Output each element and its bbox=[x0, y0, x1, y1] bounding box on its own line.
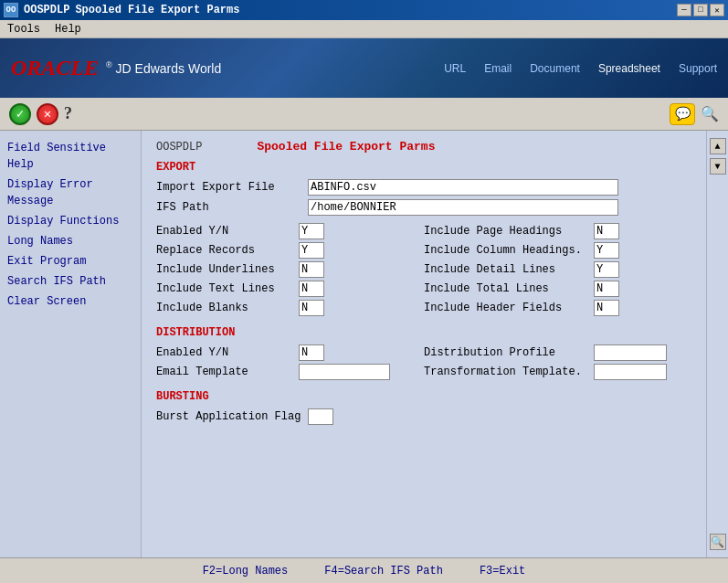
oracle-header: ORACLE ® JD Edwards World URL Email Docu… bbox=[0, 38, 728, 98]
nav-url[interactable]: URL bbox=[444, 62, 466, 75]
app-icon: OO bbox=[4, 3, 18, 17]
nav-spreadsheet[interactable]: Spreadsheet bbox=[598, 62, 660, 75]
sidebar-item-display-error-message[interactable]: Display Error Message bbox=[4, 175, 137, 211]
main-layout: Field Sensitive Help Display Error Messa… bbox=[0, 131, 728, 557]
sidebar-item-display-functions[interactable]: Display Functions bbox=[4, 211, 137, 231]
form-title: Spooled File Export Parms bbox=[257, 140, 435, 154]
menu-help[interactable]: Help bbox=[51, 21, 85, 37]
dist-enabled-label: Enabled Y/N bbox=[156, 346, 293, 359]
nav-email[interactable]: Email bbox=[484, 62, 512, 75]
header-nav: URL Email Document Spreadsheet Support bbox=[444, 62, 717, 75]
dist-profile-label: Distribution Profile bbox=[424, 346, 588, 359]
dist-profile-row: Distribution Profile bbox=[424, 344, 691, 361]
ifs-path-label: IFS Path bbox=[156, 201, 302, 214]
enabled-yn-input[interactable] bbox=[299, 223, 324, 239]
menu-tools[interactable]: Tools bbox=[4, 21, 44, 37]
dist-enabled-row: Enabled Y/N bbox=[156, 344, 424, 361]
transformation-input[interactable] bbox=[594, 364, 667, 380]
nav-support[interactable]: Support bbox=[679, 62, 717, 75]
close-button[interactable]: ✕ bbox=[710, 4, 724, 16]
email-template-input[interactable] bbox=[299, 364, 390, 380]
zoom-button[interactable]: 🔍 bbox=[710, 534, 726, 550]
maximize-button[interactable]: □ bbox=[693, 4, 708, 16]
search-icon[interactable]: 🔍 bbox=[701, 105, 719, 123]
burst-flag-row: Burst Application Flag bbox=[156, 408, 691, 425]
include-underlines-label: Include Underlines bbox=[156, 263, 293, 276]
replace-records-label: Replace Records bbox=[156, 244, 293, 257]
export-section-header: EXPORT bbox=[156, 161, 691, 174]
content-area: OOSPDLP Spooled File Export Parms EXPORT… bbox=[142, 131, 706, 557]
import-export-file-input[interactable] bbox=[308, 179, 618, 196]
include-total-lines-input[interactable] bbox=[594, 281, 619, 297]
include-underlines-row: Include Underlines bbox=[156, 261, 424, 278]
include-blanks-input[interactable] bbox=[299, 300, 324, 316]
include-detail-lines-label: Include Detail Lines bbox=[424, 263, 588, 276]
include-text-lines-input[interactable] bbox=[299, 281, 324, 297]
include-text-lines-row: Include Text Lines bbox=[156, 281, 424, 297]
dist-enabled-input[interactable] bbox=[299, 344, 324, 361]
include-page-headings-label: Include Page Headings bbox=[424, 225, 588, 238]
include-text-lines-label: Include Text Lines bbox=[156, 282, 293, 295]
status-f3[interactable]: F3=Exit bbox=[480, 565, 525, 578]
include-column-headings-row: Include Column Headings. bbox=[424, 242, 691, 259]
sidebar-item-clear-screen[interactable]: Clear Screen bbox=[4, 292, 137, 312]
minimize-button[interactable]: ─ bbox=[677, 4, 691, 16]
enabled-yn-row: Enabled Y/N bbox=[156, 223, 424, 239]
include-detail-lines-input[interactable] bbox=[594, 261, 619, 278]
ifs-path-input[interactable] bbox=[308, 199, 618, 216]
help-button[interactable]: ? bbox=[64, 104, 72, 123]
status-bar: F2=Long Names F4=Search IFS Path F3=Exit bbox=[0, 557, 728, 583]
sidebar-item-exit-program[interactable]: Exit Program bbox=[4, 251, 137, 271]
include-total-lines-label: Include Total Lines bbox=[424, 282, 588, 295]
replace-records-input[interactable] bbox=[299, 242, 324, 259]
menu-bar: Tools Help bbox=[0, 20, 728, 38]
include-header-fields-row: Include Header Fields bbox=[424, 300, 691, 316]
distribution-section-header: DISTRIBUTION bbox=[156, 326, 691, 339]
include-detail-lines-row: Include Detail Lines bbox=[424, 261, 691, 278]
sidebar-item-field-sensitive-help[interactable]: Field Sensitive Help bbox=[4, 138, 137, 175]
dist-profile-input[interactable] bbox=[594, 344, 667, 361]
nav-document[interactable]: Document bbox=[530, 62, 580, 75]
scroll-down-button[interactable]: ▼ bbox=[710, 158, 726, 175]
sidebar-item-long-names[interactable]: Long Names bbox=[4, 231, 137, 251]
include-total-lines-row: Include Total Lines bbox=[424, 281, 691, 297]
sidebar: Field Sensitive Help Display Error Messa… bbox=[0, 131, 142, 557]
email-template-label: Email Template bbox=[156, 366, 293, 378]
enabled-yn-label: Enabled Y/N bbox=[156, 225, 293, 238]
chat-icon[interactable]: 💬 bbox=[670, 103, 695, 125]
status-f4[interactable]: F4=Search IFS Path bbox=[324, 565, 443, 578]
include-underlines-input[interactable] bbox=[299, 261, 324, 278]
include-blanks-label: Include Blanks bbox=[156, 302, 293, 314]
burst-flag-label: Burst Application Flag bbox=[156, 410, 302, 423]
status-f2[interactable]: F2=Long Names bbox=[203, 565, 289, 578]
replace-records-row: Replace Records bbox=[156, 242, 424, 259]
include-blanks-row: Include Blanks bbox=[156, 300, 424, 316]
transformation-row: Transformation Template. bbox=[424, 364, 691, 380]
title-bar: OO OOSPDLP Spooled File Export Parms ─ □… bbox=[0, 0, 728, 20]
import-export-file-label: Import Export File bbox=[156, 181, 302, 194]
burst-flag-input[interactable] bbox=[308, 408, 333, 425]
include-header-fields-label: Include Header Fields bbox=[424, 302, 588, 314]
oracle-text: ORACLE bbox=[11, 56, 99, 80]
include-page-headings-input[interactable] bbox=[594, 223, 619, 239]
bursting-section-header: BURSTING bbox=[156, 390, 691, 403]
app-id: OOSPDLP bbox=[24, 4, 69, 16]
cancel-button[interactable]: ✕ bbox=[37, 103, 58, 125]
program-id: OOSPDLP bbox=[156, 141, 202, 154]
include-page-headings-row: Include Page Headings bbox=[424, 223, 691, 239]
confirm-button[interactable]: ✓ bbox=[9, 103, 31, 125]
jde-text: ® JD Edwards World bbox=[106, 60, 221, 76]
sidebar-item-search-ifs-path[interactable]: Search IFS Path bbox=[4, 271, 137, 292]
include-header-fields-input[interactable] bbox=[594, 300, 619, 316]
include-column-headings-input[interactable] bbox=[594, 242, 619, 259]
window-title: Spooled File Export Parms bbox=[75, 4, 239, 16]
email-template-row: Email Template bbox=[156, 364, 424, 380]
toolbar: ✓ ✕ ? 💬 🔍 bbox=[0, 98, 728, 131]
scroll-up-button[interactable]: ▲ bbox=[710, 138, 726, 154]
transformation-label: Transformation Template. bbox=[424, 366, 588, 378]
include-column-headings-label: Include Column Headings. bbox=[424, 244, 588, 257]
oracle-logo: ORACLE ® JD Edwards World bbox=[11, 56, 221, 80]
